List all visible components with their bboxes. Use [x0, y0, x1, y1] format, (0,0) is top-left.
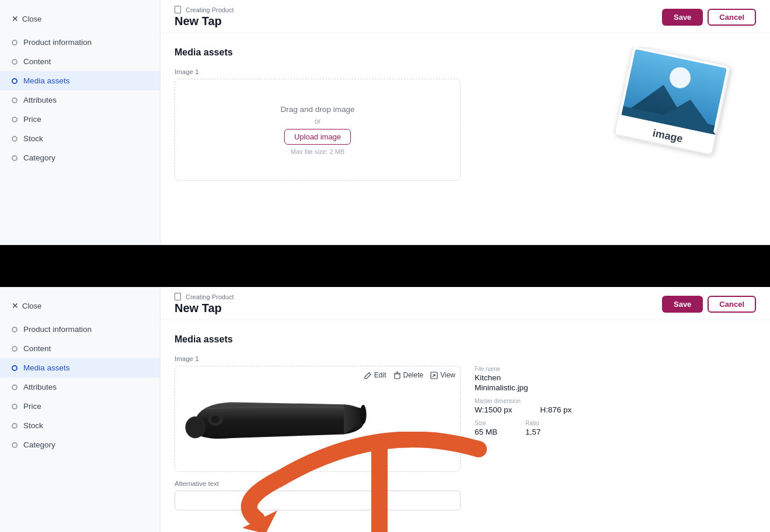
size-group: Size 65 MB: [475, 420, 497, 436]
cancel-button-2[interactable]: Cancel: [708, 296, 756, 313]
page-title-1: New Tap: [175, 15, 234, 28]
top-bar-right-1: Save Cancel: [662, 9, 756, 26]
main-content-panel1: Creating Product New Tap Save Cancel Med…: [161, 0, 770, 245]
nav-dot: [12, 346, 18, 352]
image-preview-box: Edit Delete View: [175, 366, 461, 472]
upload-dropzone[interactable]: Drag and drop image or Upload image Max …: [175, 79, 461, 181]
svg-rect-10: [395, 374, 400, 379]
sidebar-item-attributes-1[interactable]: Attributes: [0, 90, 160, 110]
nav-dot: [12, 384, 18, 390]
content-area-1: Media assets Image 1 Drag and drop image…: [161, 33, 770, 245]
product-image-preview: [175, 378, 460, 471]
sidebar-item-media-assets-1[interactable]: Media assets: [0, 71, 160, 90]
top-bar-right-2: Save Cancel: [662, 296, 756, 313]
nav-dot: [12, 40, 18, 46]
nav-dot-active: [12, 78, 18, 84]
ratio-label: Ratio: [525, 420, 541, 426]
nav-label: Attributes: [23, 96, 57, 104]
save-button-2[interactable]: Save: [662, 296, 703, 313]
breadcrumb-2: Creating Product: [175, 293, 234, 300]
cancel-button-1[interactable]: Cancel: [708, 9, 756, 26]
file-name-label: File name: [475, 366, 572, 372]
nav-dot: [12, 442, 18, 448]
top-bar-left-1: Creating Product New Tap: [175, 6, 234, 28]
close-icon-2: ✕: [12, 301, 19, 310]
content-area-2: Media assets Image 1 Edit Delete: [161, 320, 770, 532]
sidebar-item-stock-1[interactable]: Stock: [0, 129, 160, 148]
nav-dot: [12, 404, 18, 410]
svg-point-17: [360, 405, 367, 424]
sidebar-item-attributes-2[interactable]: Attributes: [0, 377, 160, 397]
sidebar-item-product-info-1[interactable]: Product information: [0, 33, 160, 52]
breadcrumb-1: Creating Product: [175, 6, 234, 13]
size-value: 65 MB: [475, 428, 497, 436]
panel-2: ✕ Close Product information Content Medi…: [0, 287, 770, 532]
upload-image-button[interactable]: Upload image: [284, 129, 351, 145]
sidebar-item-category-1[interactable]: Category: [0, 148, 160, 167]
image-label-1: Image 1: [175, 68, 756, 75]
sidebar-item-media-assets-2[interactable]: Media assets: [0, 358, 160, 377]
view-button[interactable]: View: [430, 371, 455, 379]
nav-label: Stock: [23, 421, 43, 430]
close-button-2[interactable]: ✕ Close: [0, 296, 160, 320]
nav-label: Category: [23, 440, 55, 449]
sidebar-item-category-2[interactable]: Category: [0, 435, 160, 454]
master-dimension-group: Master dimension W:1500 px H:876 px: [475, 398, 572, 414]
nav-dot: [12, 59, 18, 65]
height-value: H:876 px: [540, 405, 572, 414]
sidebar-item-price-2[interactable]: Price: [0, 397, 160, 416]
nav-dot: [12, 136, 18, 142]
close-label: Close: [22, 15, 41, 23]
save-button-1[interactable]: Save: [662, 9, 703, 26]
nav-label: Content: [23, 57, 51, 66]
section-title-1: Media assets: [175, 47, 756, 58]
width-value: W:1500 px: [475, 405, 512, 414]
sidebar-item-content-1[interactable]: Content: [0, 52, 160, 71]
image-section: Edit Delete View: [175, 366, 756, 472]
sidebar-item-price-1[interactable]: Price: [0, 110, 160, 129]
doc-icon-2: [175, 293, 181, 300]
ratio-group: Ratio 1,57: [525, 420, 541, 436]
edit-button[interactable]: Edit: [364, 371, 386, 379]
main-content-panel2: Creating Product New Tap Save Cancel Med…: [161, 287, 770, 532]
sidebar-item-stock-2[interactable]: Stock: [0, 416, 160, 435]
file-name-group: File name Kitchen Minimalistic.jpg: [475, 366, 572, 392]
alt-text-label: Alternative text: [175, 480, 756, 487]
size-ratio-row: Size 65 MB Ratio 1,57: [475, 420, 572, 436]
nav-dot: [12, 117, 18, 123]
delete-button[interactable]: Delete: [393, 371, 424, 379]
master-dimension-label: Master dimension: [475, 398, 572, 404]
page-title-2: New Tap: [175, 302, 234, 315]
sidebar-item-content-2[interactable]: Content: [0, 339, 160, 358]
doc-icon: [175, 6, 181, 13]
nav-label: Price: [23, 402, 41, 411]
alt-text-input[interactable]: [175, 491, 461, 510]
nav-label: Attributes: [23, 383, 57, 391]
file-name-value2: Minimalistic.jpg: [475, 383, 572, 392]
nav-label: Category: [23, 153, 55, 162]
image-toolbar: Edit Delete View: [364, 371, 455, 379]
nav-label: Product information: [23, 325, 92, 334]
top-bar-left-2: Creating Product New Tap: [175, 293, 234, 315]
sidebar-item-product-info-2[interactable]: Product information: [0, 320, 160, 339]
image-label-2: Image 1: [175, 355, 756, 362]
drag-drop-text: Drag and drop image: [281, 105, 355, 114]
close-button-1[interactable]: ✕ Close: [0, 9, 160, 33]
nav-label: Product information: [23, 38, 92, 47]
nav-dot: [12, 155, 18, 161]
section-title-2: Media assets: [175, 334, 756, 345]
view-icon: [430, 372, 438, 379]
edit-icon: [364, 372, 372, 379]
top-bar-2: Creating Product New Tap Save Cancel: [161, 287, 770, 320]
nav-dot: [12, 327, 18, 332]
nav-dot: [12, 423, 18, 429]
delete-icon: [393, 372, 401, 379]
file-size-note: Max file size: 2 MB: [291, 148, 344, 155]
nav-label: Stock: [23, 134, 43, 143]
nav-label: Media assets: [23, 76, 70, 85]
or-text: or: [315, 117, 321, 125]
nav-dot-active: [12, 365, 18, 371]
close-label-2: Close: [22, 302, 41, 310]
nav-label: Content: [23, 344, 51, 353]
svg-point-16: [211, 415, 220, 423]
